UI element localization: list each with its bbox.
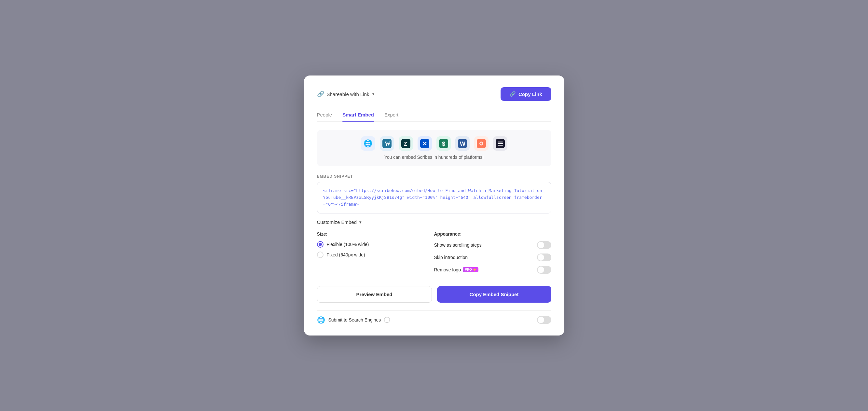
tab-smart-embed[interactable]: Smart Embed [342, 109, 374, 121]
action-buttons: Preview Embed Copy Embed Snippet [317, 286, 551, 303]
skip-introduction-row: Skip introduction [434, 253, 551, 261]
options-row: Size: Flexible (100% wide) Fixed (640px … [317, 231, 551, 278]
confluence-platform-icon: ✕ [417, 136, 432, 151]
fixed-label: Fixed (640px wide) [327, 252, 365, 257]
tab-people[interactable]: People [317, 109, 332, 121]
size-column: Size: Flexible (100% wide) Fixed (640px … [317, 231, 434, 278]
platform-box: 🌐 W Z ✕ [317, 130, 551, 166]
flexible-label: Flexible (100% wide) [327, 242, 369, 247]
search-engines-knob [538, 317, 544, 323]
zendesk-platform-icon: Z [399, 136, 413, 151]
scrolling-steps-toggle[interactable] [537, 241, 551, 249]
globe-icon: 🌐 [317, 316, 325, 324]
word-platform-icon: W [455, 136, 470, 151]
appearance-heading: Appearance: [434, 231, 551, 236]
svg-rect-14 [498, 141, 503, 143]
shareable-label: Shareable with Link [327, 91, 369, 97]
skip-introduction-label: Skip introduction [434, 255, 468, 260]
fixed-radio[interactable] [317, 252, 323, 258]
svg-point-12 [480, 143, 482, 145]
remove-logo-row: Remove logo PRO ⚡ [434, 266, 551, 274]
svg-text:✕: ✕ [422, 140, 427, 147]
svg-text:Z: Z [404, 141, 407, 147]
svg-text:W: W [385, 140, 391, 147]
flexible-radio[interactable] [317, 241, 323, 248]
tab-export[interactable]: Export [384, 109, 398, 121]
share-modal: 🔗 Shareable with Link ▾ 🔗 Copy Link Peop… [304, 75, 564, 335]
platform-icons-row: 🌐 W Z ✕ [323, 136, 545, 151]
pro-badge: PRO ⚡ [463, 267, 478, 272]
custom-platform-icon [493, 136, 507, 151]
customize-embed-toggle[interactable]: Customize Embed ▾ [317, 219, 551, 225]
scrolling-steps-label: Show as scrolling steps [434, 243, 482, 248]
embed-snippet-label: EMBED SNIPPET [317, 174, 551, 179]
svg-rect-15 [498, 143, 503, 144]
modal-header: 🔗 Shareable with Link ▾ 🔗 Copy Link [317, 87, 551, 101]
svg-text:W: W [460, 140, 465, 147]
remove-logo-toggle[interactable] [537, 266, 551, 274]
dollar-platform-icon: $ [436, 136, 451, 151]
shareable-badge[interactable]: 🔗 Shareable with Link ▾ [317, 91, 375, 98]
copy-embed-button[interactable]: Copy Embed Snippet [437, 286, 551, 303]
tabs-row: People Smart Embed Export [317, 109, 551, 122]
customize-label: Customize Embed [317, 219, 357, 225]
svg-rect-16 [498, 145, 503, 146]
submit-label: Submit to Search Engines [329, 317, 381, 322]
preview-embed-button[interactable]: Preview Embed [317, 286, 432, 303]
modal-footer: 🌐 Submit to Search Engines i [317, 311, 551, 324]
info-icon[interactable]: i [384, 317, 390, 323]
scrolling-steps-knob [538, 242, 544, 248]
search-engines-toggle[interactable] [537, 316, 551, 324]
remove-logo-knob [538, 266, 544, 273]
size-heading: Size: [317, 231, 434, 236]
copy-link-button[interactable]: 🔗 Copy Link [501, 87, 551, 101]
embed-code: <iframe src="https://scribehow.com/embed… [323, 188, 545, 207]
search-engines-label: 🌐 Submit to Search Engines i [317, 316, 390, 324]
hubspot-platform-icon [474, 136, 489, 151]
flexible-option[interactable]: Flexible (100% wide) [317, 241, 434, 248]
shareable-chevron-icon: ▾ [372, 92, 374, 96]
link-icon: 🔗 [317, 91, 324, 98]
fixed-option[interactable]: Fixed (640px wide) [317, 252, 434, 258]
svg-text:$: $ [442, 140, 445, 147]
platform-description: You can embed Scribes in hundreds of pla… [323, 155, 545, 160]
flexible-radio-inner [319, 243, 322, 246]
appearance-column: Appearance: Show as scrolling steps Skip… [434, 231, 551, 278]
copy-link-label: Copy Link [519, 91, 542, 97]
skip-introduction-knob [538, 254, 544, 261]
globe-platform-icon: 🌐 [361, 136, 375, 151]
wordpress-platform-icon: W [380, 136, 394, 151]
embed-code-box[interactable]: <iframe src="https://scribehow.com/embed… [317, 182, 551, 213]
copy-link-icon: 🔗 [510, 91, 516, 97]
remove-logo-label: Remove logo PRO ⚡ [434, 267, 479, 273]
customize-chevron-icon: ▾ [359, 220, 362, 225]
skip-introduction-toggle[interactable] [537, 253, 551, 261]
scrolling-steps-row: Show as scrolling steps [434, 241, 551, 249]
